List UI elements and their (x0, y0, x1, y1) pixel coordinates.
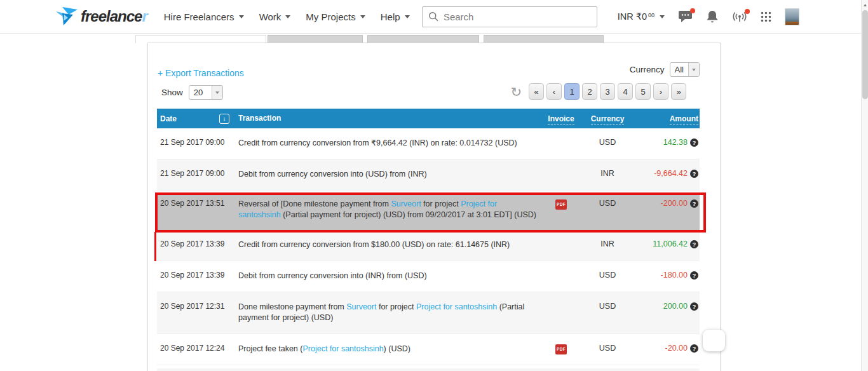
transaction-amount: -200.00? (634, 199, 700, 220)
table-row[interactable]: 20 Sep 2017 12:31Done milestone payment … (157, 292, 700, 334)
amount-value: -200.00 (661, 199, 688, 208)
table-row[interactable]: 21 Sep 2017 09:00Credit from currency co… (157, 128, 700, 159)
pagination-page-3[interactable]: 3 (600, 83, 615, 100)
transaction-description: Project fee taken (Project for santoshsi… (238, 344, 541, 354)
pagination: ↻ « ‹ 1 2 3 4 5 › » (510, 83, 686, 100)
live-feed-button[interactable] (732, 11, 747, 22)
help-icon[interactable]: ? (690, 199, 698, 208)
pagination-prev[interactable]: ‹ (546, 83, 562, 100)
table-body: 21 Sep 2017 09:00Credit from currency co… (157, 128, 700, 365)
pagination-last[interactable]: » (671, 83, 686, 100)
scrollbar-up-arrow[interactable]: ▲ (862, 0, 868, 9)
transaction-link[interactable]: Surveort (391, 199, 421, 208)
currency-select[interactable]: All (670, 62, 700, 77)
transaction-currency: USD (581, 302, 634, 323)
table-row[interactable]: 20 Sep 2017 13:51Reversal of [Done miles… (157, 192, 700, 230)
top-navbar: freelancer Hire Freelancers Work My Proj… (0, 0, 868, 34)
amount-value: -180.00 (661, 271, 688, 280)
transaction-date: 21 Sep 2017 09:00 (157, 138, 238, 149)
table-row[interactable]: 20 Sep 2017 12:24Project fee taken (Proj… (157, 334, 700, 365)
avatar[interactable] (785, 8, 799, 25)
nav-item-hire-freelancers[interactable]: Hire Freelancers (164, 11, 244, 22)
account-balance-dropdown[interactable]: INR ₹000 (618, 11, 665, 22)
nav-item-work[interactable]: Work (259, 11, 291, 22)
help-icon[interactable]: ? (690, 271, 698, 280)
pagination-page-5[interactable]: 5 (635, 83, 651, 100)
chevron-down-icon (285, 15, 290, 21)
invoice-cell (541, 302, 581, 323)
column-header-date[interactable]: Date ↓ (157, 114, 238, 124)
search-box[interactable] (422, 6, 597, 27)
transaction-currency: USD (581, 344, 634, 354)
invoice-header-label: Invoice (548, 114, 574, 125)
pdf-icon[interactable]: PDF (555, 344, 567, 354)
transaction-header-label: Transaction (238, 114, 281, 123)
bell-icon (706, 10, 719, 24)
apps-menu-button[interactable] (761, 11, 771, 22)
nav-item-label: Hire Freelancers (164, 11, 234, 22)
transaction-link[interactable]: Project for santoshsinh (302, 344, 383, 353)
help-icon[interactable]: ? (690, 138, 698, 147)
pagination-page-4[interactable]: 4 (618, 83, 633, 100)
currency-select-value: All (670, 65, 688, 74)
invoice-cell: PDF (541, 199, 581, 220)
pagination-page-2[interactable]: 2 (582, 83, 597, 100)
table-header: Date ↓ Transaction Invoice Currency Amou… (157, 109, 700, 128)
search-input[interactable] (444, 11, 591, 22)
floating-widget[interactable] (703, 330, 725, 351)
column-header-amount[interactable]: Amount (634, 114, 700, 123)
transaction-description: Done milestone payment from Surveort for… (238, 302, 541, 323)
pagination-page-1[interactable]: 1 (564, 83, 580, 100)
transaction-description: Debit from currency conversion into (INR… (238, 271, 541, 281)
export-transactions-link[interactable]: + Export Transactions (158, 68, 244, 78)
sort-descending-icon[interactable]: ↓ (219, 114, 229, 124)
transaction-amount: -180.00? (634, 271, 700, 281)
transaction-link[interactable]: Project for santoshsinh (238, 199, 497, 219)
nav-item-my-projects[interactable]: My Projects (306, 11, 365, 22)
invoice-cell (541, 239, 581, 250)
invoice-cell (541, 138, 581, 149)
column-header-transaction[interactable]: Transaction (238, 113, 541, 124)
date-header-label: Date (160, 114, 177, 123)
grid-icon (761, 11, 771, 22)
currency-header-label: Currency (591, 114, 625, 125)
pdf-icon[interactable]: PDF (555, 199, 567, 210)
scrollbar-thumb[interactable] (862, 10, 868, 99)
refresh-icon[interactable]: ↻ (510, 85, 522, 98)
amount-value: 200.00 (663, 302, 688, 311)
help-icon[interactable]: ? (690, 170, 698, 178)
transaction-date: 20 Sep 2017 13:39 (157, 271, 238, 281)
help-icon[interactable]: ? (690, 302, 698, 311)
transaction-description: Reversal of [Done milestone payment from… (238, 199, 541, 220)
amount-value: -20.00 (665, 344, 688, 353)
pagination-next[interactable]: › (653, 83, 668, 100)
currency-filter-label: Currency (630, 65, 665, 74)
main-navigation: Hire Freelancers Work My Projects Help (164, 11, 410, 22)
chevron-down-icon (215, 91, 219, 96)
transaction-currency: INR (581, 239, 634, 250)
show-count-select[interactable]: 20 (189, 85, 223, 100)
notifications-button[interactable] (706, 10, 719, 24)
nav-item-help[interactable]: Help (381, 11, 410, 22)
help-icon[interactable]: ? (690, 344, 698, 353)
freelancer-logo[interactable]: freelancer (56, 7, 147, 26)
transaction-date: 20 Sep 2017 13:51 (157, 199, 238, 220)
chevron-down-icon (692, 69, 696, 73)
transaction-link[interactable]: Surveort (346, 302, 376, 311)
column-header-currency[interactable]: Currency (581, 114, 634, 123)
pagination-first[interactable]: « (529, 83, 544, 100)
chevron-down-icon (239, 15, 244, 21)
select-chevron (212, 86, 222, 99)
table-row[interactable]: 21 Sep 2017 09:00Debit from currency con… (157, 159, 700, 191)
help-icon[interactable]: ? (690, 240, 698, 248)
table-row-partial (157, 368, 700, 371)
column-header-invoice[interactable]: Invoice (541, 114, 581, 123)
show-count-value: 20 (189, 88, 207, 97)
balance-cents: 00 (648, 12, 654, 18)
nav-item-label: My Projects (306, 11, 355, 22)
table-row[interactable]: 20 Sep 2017 13:39Credit from currency co… (157, 230, 700, 261)
messages-button[interactable] (678, 10, 693, 24)
page-scrollbar[interactable]: ▲ (861, 0, 868, 371)
table-row[interactable]: 20 Sep 2017 13:39Debit from currency con… (157, 261, 700, 292)
transaction-link[interactable]: Project for santoshsinh (416, 302, 497, 311)
